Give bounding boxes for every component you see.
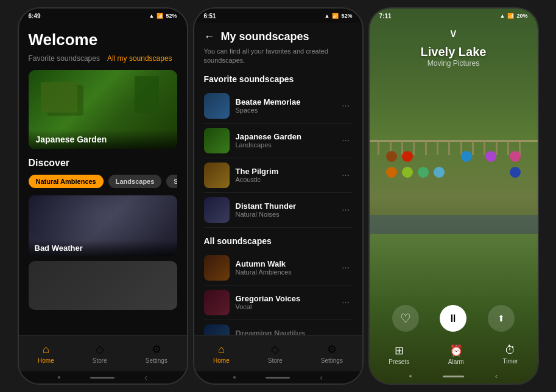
presets-label: Presets — [389, 359, 409, 365]
more-dots-5[interactable]: ··· — [339, 295, 352, 310]
screen3-bg: 7:11 ▲ 📶 20% ∨ Lively Lake Moving Pictur… — [370, 9, 538, 383]
mix-dot-red[interactable] — [402, 151, 413, 162]
nav-home-2[interactable]: ⌂ Home — [213, 343, 230, 364]
favorites-list: Beatae Memoriae Spaces ··· Japanese Gard… — [204, 89, 353, 228]
g-dot — [409, 375, 412, 377]
mix-dot-navy[interactable] — [510, 167, 521, 178]
fence-post — [378, 140, 379, 155]
soundscape-cat-4: Natural Ambiences — [236, 268, 340, 276]
battery-1: 52% — [166, 13, 177, 19]
home-label-2: Home — [213, 357, 230, 364]
filter-all[interactable]: All my soundscapes — [107, 54, 172, 63]
nav-home-1[interactable]: ⌂ Home — [38, 343, 54, 364]
bottom-nav-1: ⌂ Home ◇ Store ⚙ Settings — [19, 335, 187, 371]
alarm-label: Alarm — [448, 359, 464, 365]
soundscape-cat-2: Acoustic — [236, 176, 340, 183]
bad-weather-card[interactable]: Bad Weather — [29, 195, 177, 256]
list-item[interactable]: Autumn Walk Natural Ambiences ··· — [204, 251, 353, 285]
thumb-garden — [204, 128, 230, 153]
nav-presets[interactable]: ⊞ Presets — [389, 344, 409, 365]
nav-store-2[interactable]: ◇ Store — [268, 343, 283, 364]
track-title: Lively Lake — [370, 45, 538, 59]
home-icon-1: ⌂ — [43, 343, 49, 356]
discover-title: Discover — [29, 158, 177, 169]
list-item[interactable]: The Pilgrim Acoustic ··· — [204, 158, 353, 193]
phone-screen-3: 7:11 ▲ 📶 20% ∨ Lively Lake Moving Pictur… — [368, 7, 539, 385]
mix-dot-orange[interactable] — [386, 167, 397, 178]
thumb-gregorian — [204, 290, 230, 315]
gesture-line-2 — [266, 377, 290, 379]
bottom-nav-2: ⌂ Home ◇ Store ⚙ Settings — [194, 335, 362, 371]
list-item[interactable]: Gregorian Voices Vocal ··· — [204, 285, 353, 320]
filter-row: Favorite soundscapes All my soundscapes — [29, 54, 177, 63]
list-item[interactable]: Japanese Garden Landscapes ··· — [204, 124, 353, 158]
more-dots-2[interactable]: ··· — [339, 167, 352, 183]
color-mixer — [386, 151, 521, 178]
soundscape-cat-0: Spaces — [236, 107, 340, 114]
settings-label-2: Settings — [321, 357, 343, 364]
back-button[interactable]: ← — [204, 30, 215, 43]
phone-screen-1: 6:49 ▲ 📶 52% Welcome Favorite soundscape… — [18, 7, 188, 385]
share-button[interactable]: ⬆ — [488, 305, 515, 332]
collapse-button[interactable]: ∨ — [449, 26, 458, 40]
mix-dot-lime[interactable] — [402, 167, 413, 178]
alarm-icon: ⏰ — [449, 344, 463, 357]
store-icon-2: ◇ — [271, 343, 280, 356]
more-dots-6[interactable]: ··· — [339, 329, 352, 335]
welcome-title: Welcome — [29, 30, 177, 49]
time-1: 6:49 — [29, 13, 41, 19]
home-label-1: Home — [38, 357, 54, 364]
nav-timer[interactable]: ⏱ Timer — [503, 344, 518, 365]
pill-landscapes[interactable]: Landscapes — [108, 175, 162, 188]
more-dots-0[interactable]: ··· — [339, 98, 352, 114]
soundscape-name-1: Japanese Garden — [236, 132, 340, 141]
pause-button[interactable]: ⏸ — [440, 305, 466, 332]
battery-2: 52% — [341, 13, 352, 19]
soundscape-info-2: The Pilgrim Acoustic — [236, 167, 340, 183]
filter-favorites[interactable]: Favorite soundscapes — [29, 54, 100, 63]
card-small2[interactable] — [29, 261, 177, 310]
timer-label: Timer — [503, 358, 518, 365]
thumb-thunder — [204, 197, 230, 223]
status-bar-2: 6:51 ▲ 📶 52% — [194, 9, 362, 23]
hero-title: Japanese Garden — [36, 135, 170, 144]
soundscape-cat-3: Natural Noises — [236, 211, 340, 218]
more-dots-1[interactable]: ··· — [339, 133, 352, 149]
presets-icon: ⊞ — [395, 344, 404, 357]
track-info: Lively Lake Moving Pictures — [370, 45, 538, 68]
nav-alarm[interactable]: ⏰ Alarm — [448, 344, 464, 365]
list-item[interactable]: Dreaming Nautilus Ambient Soundscapes ··… — [204, 320, 353, 335]
pause-icon: ⏸ — [448, 312, 459, 325]
hero-card[interactable]: Japanese Garden — [29, 70, 177, 149]
more-dots-4[interactable]: ··· — [339, 260, 352, 276]
favorite-button[interactable]: ♡ — [392, 305, 419, 332]
signal-icon-2: 📶 — [332, 13, 339, 19]
phone-screen-2: 6:51 ▲ 📶 52% ← My soundscapes You can fi… — [193, 7, 364, 385]
store-icon-1: ◇ — [96, 343, 104, 356]
pill-sym[interactable]: Sym... — [166, 175, 177, 188]
mix-dot-purple[interactable] — [485, 151, 496, 162]
heart-icon: ♡ — [400, 311, 411, 326]
mix-dot-brown[interactable] — [386, 151, 397, 162]
status-bar-1: 6:49 ▲ 📶 52% — [19, 9, 187, 23]
bottom-nav-3: ⊞ Presets ⏰ Alarm ⏱ Timer — [370, 344, 538, 365]
soundscape-info-3: Distant Thunder Natural Noises — [236, 201, 340, 218]
signal-icon-3: 📶 — [507, 13, 514, 19]
list-item[interactable]: Distant Thunder Natural Noises ··· — [204, 193, 353, 228]
soundscape-name-3: Distant Thunder — [236, 201, 340, 211]
mix-dot-blue[interactable] — [461, 151, 472, 162]
signal-icon: 📶 — [157, 13, 163, 19]
pill-natural[interactable]: Natural Ambiences — [29, 175, 104, 188]
nav-settings-1[interactable]: ⚙ Settings — [146, 343, 167, 364]
wifi-icon: ▲ — [149, 13, 155, 19]
status-icons-1: ▲ 📶 52% — [149, 13, 177, 19]
nav-store-1[interactable]: ◇ Store — [93, 343, 107, 364]
settings-label-1: Settings — [146, 357, 167, 364]
mix-dot-pink[interactable] — [510, 151, 521, 162]
nav-settings-2[interactable]: ⚙ Settings — [321, 343, 343, 364]
more-dots-3[interactable]: ··· — [339, 202, 352, 218]
mix-dot-green[interactable] — [418, 167, 429, 178]
mix-dot-cyan[interactable] — [434, 167, 445, 178]
list-item[interactable]: Beatae Memoriae Spaces ··· — [204, 89, 353, 124]
battery-3: 20% — [516, 13, 527, 19]
